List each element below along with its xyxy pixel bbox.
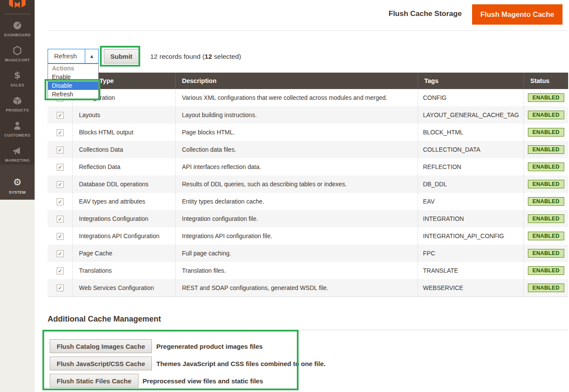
select-arrow-box[interactable]: ▲ [85, 49, 98, 63]
cell-cache-type: EAV types and attributes [72, 193, 175, 210]
products-icon [12, 96, 23, 106]
flush-static-files-cache-button[interactable]: Flush Static Files Cache [50, 374, 138, 388]
status-badge: ENABLED [528, 284, 565, 292]
dropdown-option-refresh[interactable]: Refresh [48, 90, 98, 99]
cell-tags: COLLECTION_DATA [418, 141, 524, 158]
flush-catalog-images-description: Pregenerated product images files [156, 343, 263, 350]
acm-row-js-css: Flush JavaScript/CSS Cache Themes JavaSc… [50, 357, 325, 370]
cell-description: Page blocks HTML. [175, 124, 418, 141]
cell-cache-type: Integrations API Configuration [72, 227, 175, 245]
chevron-up-icon: ▲ [90, 54, 93, 58]
cell-cache-type: Integrations Configuration [72, 210, 175, 227]
additional-cache-title: Additional Cache Management [48, 315, 161, 324]
cell-cache-type: Collections Data [72, 141, 175, 158]
cell-description: Results of DDL queries, such as describi… [175, 175, 418, 193]
flush-catalog-images-cache-button[interactable]: Flush Catalog Images Cache [50, 339, 152, 353]
magento-logo-icon[interactable] [9, 0, 26, 8]
mass-action-selected-value: Refresh [54, 49, 77, 63]
status-badge: ENABLED [528, 214, 565, 223]
sidebar-item-marketing[interactable]: MARKETING [0, 142, 35, 167]
status-badge: ENABLED [528, 128, 565, 137]
acm-row-catalog-images: Flush Catalog Images Cache Pregenerated … [50, 339, 263, 353]
cell-cache-type: Reflection Data [72, 158, 175, 175]
cell-tags: WEBSERVICE [418, 279, 524, 296]
status-badge: ENABLED [528, 145, 565, 154]
header-tags[interactable]: Tags [418, 73, 524, 89]
system-icon: ⚙ [13, 178, 22, 188]
sidebar-item-label: SALES [10, 83, 24, 87]
cell-tags: LAYOUT_GENERAL_CACHE_TAG [418, 106, 524, 124]
sidebar-item-customers[interactable]: CUSTOMERS [0, 117, 35, 142]
status-badge: ENABLED [528, 111, 565, 119]
sidebar-item-label: DASHBOARD [4, 33, 30, 37]
sidebar-item-magiccart[interactable]: MAGICCART [0, 41, 35, 67]
table-row: ✓ Blocks HTML output Page blocks HTML. B… [48, 124, 568, 141]
row-checkbox[interactable]: ✓ [57, 233, 64, 240]
records-selected-count: 12 [205, 53, 212, 60]
cell-tags: INTEGRATION_API_CONFIG [418, 227, 524, 245]
status-badge: ENABLED [528, 232, 565, 240]
section-divider [48, 330, 568, 330]
row-checkbox[interactable]: ✓ [57, 112, 64, 119]
mass-action-select[interactable]: Refresh ▲ [48, 49, 99, 64]
sales-icon: $ [14, 70, 20, 81]
sidebar-item-label: CUSTOMERS [4, 133, 30, 137]
dropdown-option-disable[interactable]: Disable [48, 81, 98, 90]
sidebar-item-products[interactable]: PRODUCTS [0, 92, 35, 117]
cell-tags: BLOCK_HTML [418, 124, 524, 141]
sidebar-item-sales[interactable]: $ SALES [0, 67, 35, 92]
row-checkbox[interactable]: ✓ [57, 164, 64, 171]
sidebar-divider [4, 14, 30, 14]
cell-cache-type: Web Services Configuration [72, 279, 175, 296]
cell-description: Layout building instructions. [175, 106, 418, 124]
cell-tags: REFLECTION [418, 158, 524, 175]
sidebar-item-label: PRODUCTS [6, 108, 29, 112]
header-description[interactable]: Description [175, 73, 418, 89]
row-checkbox[interactable]: ✓ [57, 147, 64, 153]
cell-description: Various XML configurations that were col… [175, 89, 418, 106]
flush-js-css-cache-button[interactable]: Flush JavaScript/CSS Cache [50, 357, 152, 370]
row-checkbox[interactable]: ✓ [57, 198, 64, 205]
row-checkbox[interactable]: ✓ [57, 216, 64, 223]
header-status[interactable]: Status [524, 73, 568, 89]
cache-table: Cache Type Description Tags Status ✓ Con… [48, 73, 568, 297]
acm-row-static-files: Flush Static Files Cache Preprocessed vi… [50, 374, 263, 388]
magiccart-icon [12, 45, 23, 56]
table-row: ✓ Layouts Layout building instructions. … [48, 106, 568, 124]
cell-cache-type: Page Cache [72, 245, 175, 262]
flush-js-css-description: Themes JavaScript and CSS files combined… [156, 360, 325, 367]
row-checkbox[interactable]: ✓ [57, 268, 64, 274]
status-badge: ENABLED [528, 180, 565, 188]
dropdown-option-enable[interactable]: Enable [48, 73, 98, 81]
table-row: ✓ Database DDL operations Results of DDL… [48, 175, 568, 193]
sidebar-lower-panel: FIND PARTNERS & EXTENSIONS [0, 200, 35, 392]
customers-icon [12, 121, 23, 131]
cell-cache-type: Database DDL operations [72, 175, 175, 193]
flush-magento-cache-button[interactable]: Flush Magento Cache [472, 4, 563, 25]
cell-description: API interfaces reflection data. [175, 158, 418, 175]
status-badge: ENABLED [528, 266, 565, 275]
sidebar-item-label: MARKETING [5, 158, 29, 163]
sidebar-item-dashboard[interactable]: DASHBOARD [0, 16, 35, 41]
submit-button[interactable]: Submit [104, 49, 139, 64]
flush-static-files-description: Preprocessed view files and static files [143, 377, 263, 385]
cell-description: Full page caching. [175, 245, 418, 262]
cell-cache-type: Layouts [72, 106, 175, 124]
status-badge: ENABLED [528, 249, 565, 258]
row-checkbox[interactable]: ✓ [57, 181, 64, 188]
cell-description: Integrations API configuration file. [175, 227, 418, 245]
flush-cache-storage-button[interactable]: Flush Cache Storage [389, 10, 462, 18]
cell-tags: FPC [418, 245, 524, 262]
status-badge: ENABLED [528, 163, 565, 171]
cell-description: Translation files. [175, 262, 418, 279]
table-row: ✓ Translations Translation files. TRANSL… [48, 262, 568, 279]
row-checkbox[interactable]: ✓ [57, 284, 64, 291]
row-checkbox[interactable]: ✓ [57, 129, 64, 136]
sidebar-item-system[interactable]: ⚙ SYSTEM [0, 165, 35, 200]
row-checkbox[interactable]: ✓ [57, 250, 64, 257]
header-divider [48, 30, 568, 31]
records-prefix: 12 records found ( [150, 53, 205, 60]
table-row: ✓ Web Services Configuration REST and SO… [48, 279, 568, 296]
cell-tags: INTEGRATION [418, 210, 524, 227]
table-row: ✓ Reflection Data API interfaces reflect… [48, 158, 568, 175]
